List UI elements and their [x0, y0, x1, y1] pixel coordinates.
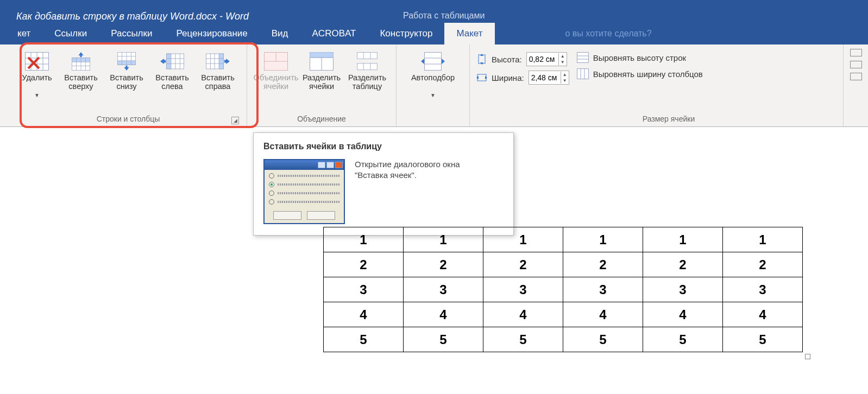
group-cell-size: Высота: ▲▼ Ширина: ▲▼	[470, 45, 868, 126]
svg-rect-58	[477, 74, 486, 81]
split-cells-label: Разделить ячейки	[299, 74, 344, 91]
autofit-icon	[420, 50, 446, 73]
svg-marker-9	[78, 52, 83, 57]
ribbon-tabstrip: кет Ссылки Рассылки Рецензирование Вид A…	[0, 23, 664, 45]
distribute-rows-label: Выровнять высоту строк	[593, 53, 686, 62]
svg-marker-54	[442, 59, 445, 64]
table-row: 444444	[324, 302, 803, 327]
spinner-up-icon[interactable]: ▲	[559, 53, 567, 59]
insert-above-icon	[68, 50, 94, 73]
autofit-label: Автоподбор	[411, 74, 455, 82]
insert-below-button[interactable]: Вставить снизу	[104, 48, 149, 92]
tell-me-search[interactable]: о вы хотите сделать?	[495, 23, 664, 45]
group-merge: Объединить ячейки Разделить ячейки Разде…	[247, 45, 397, 126]
distribute-rows-button[interactable]: Выровнять высоту строк	[577, 52, 703, 63]
tooltip-title: Вставить ячейки в таблицу	[263, 142, 504, 151]
split-table-button[interactable]: Разделить таблицу	[345, 48, 389, 92]
insert-right-icon	[205, 50, 231, 73]
title-bar: Как добавить строку в таблицу Word.docx …	[0, 0, 868, 45]
insert-left-label: Вставить слева	[150, 74, 194, 91]
table-row: 222222	[324, 252, 803, 277]
svg-rect-41	[310, 53, 334, 58]
svg-rect-64	[577, 69, 588, 79]
group-autofit: Автоподбор ▼	[397, 45, 470, 126]
table-resize-handle[interactable]	[805, 354, 810, 359]
svg-marker-53	[421, 59, 424, 64]
alignment-group-cropped	[843, 45, 868, 127]
rows-columns-dialog-launcher[interactable]: ◢	[231, 117, 239, 124]
col-width-icon	[476, 72, 487, 83]
align-icon[interactable]	[850, 61, 862, 68]
insert-right-button[interactable]: Вставить справа	[196, 48, 240, 92]
delete-table-icon	[24, 50, 50, 73]
group-rows-columns: Удалить ▼ Вставить сверху	[0, 45, 247, 126]
document-canvas[interactable]: 111111 222222 333333 444444 555555	[0, 151, 868, 394]
merge-cells-button: Объединить ячейки	[254, 48, 298, 92]
insert-right-label: Вставить справа	[196, 74, 240, 91]
row-height-input[interactable]	[527, 53, 558, 66]
tab-table-design[interactable]: Конструктор	[368, 23, 444, 45]
autofit-button[interactable]: Автоподбор ▼	[403, 48, 463, 98]
group-cell-size-label: Размер ячейки ◢	[476, 113, 861, 125]
align-icon[interactable]	[850, 49, 862, 56]
delete-button[interactable]: Удалить ▼	[16, 48, 58, 98]
svg-rect-31	[219, 54, 223, 69]
distribute-columns-label: Выровнять ширину столбцов	[593, 69, 703, 79]
tab-references[interactable]: Ссылки	[42, 23, 99, 45]
svg-rect-44	[357, 52, 378, 59]
user-table[interactable]: 111111 222222 333333 444444 555555	[323, 227, 803, 352]
delete-label: Удалить	[22, 74, 52, 82]
group-rows-columns-label: Строки и столбцы ◢	[16, 113, 240, 125]
split-table-icon	[354, 50, 380, 73]
split-table-label: Разделить таблицу	[345, 74, 389, 91]
group-merge-label: Объединение	[254, 113, 389, 125]
width-label: Ширина:	[492, 73, 524, 82]
merge-cells-label: Объединить ячейки	[254, 74, 299, 91]
chevron-down-icon: ▼	[430, 92, 436, 98]
spinner-down-icon[interactable]: ▼	[559, 59, 567, 65]
svg-rect-25	[166, 54, 171, 69]
insert-left-icon	[159, 50, 185, 73]
split-cells-icon	[309, 50, 335, 73]
spinner-down-icon[interactable]: ▼	[561, 78, 569, 84]
merge-cells-icon	[263, 50, 289, 73]
row-height-icon	[476, 54, 487, 65]
row-height-spinner[interactable]: ▲▼	[526, 52, 567, 66]
distribute-rows-icon	[577, 52, 589, 63]
svg-rect-50	[425, 53, 442, 71]
tab-mailings[interactable]: Рассылки	[99, 23, 164, 45]
align-icon[interactable]	[850, 73, 862, 80]
chevron-down-icon: ▼	[34, 92, 40, 98]
insert-above-label: Вставить сверху	[59, 74, 103, 91]
table-row: 555555	[324, 327, 803, 352]
spinner-up-icon[interactable]: ▲	[561, 72, 569, 78]
col-width-input[interactable]	[529, 71, 561, 84]
svg-rect-55	[479, 55, 485, 63]
tab-review[interactable]: Рецензирование	[164, 23, 259, 45]
document-title: Как добавить строку в таблицу Word.docx …	[16, 11, 249, 22]
insert-below-icon	[114, 50, 140, 73]
ribbon: Удалить ▼ Вставить сверху	[0, 45, 868, 127]
distribute-columns-button[interactable]: Выровнять ширину столбцов	[577, 68, 703, 79]
tab-cut-left[interactable]: кет	[0, 23, 42, 45]
svg-marker-22	[124, 66, 129, 71]
contextual-tab-title: Работа с таблицами	[403, 11, 485, 21]
height-label: Высота:	[492, 55, 522, 64]
insert-above-button[interactable]: Вставить сверху	[59, 48, 103, 92]
table-row: 111111	[324, 227, 803, 252]
svg-rect-61	[577, 53, 588, 63]
distribute-columns-icon	[577, 68, 589, 79]
svg-marker-23	[160, 59, 166, 64]
insert-left-button[interactable]: Вставить слева	[150, 48, 194, 92]
tab-view[interactable]: Вид	[260, 23, 300, 45]
svg-marker-36	[224, 59, 230, 64]
tab-table-layout[interactable]: Макет	[444, 23, 494, 45]
table-row: 333333	[324, 277, 803, 302]
split-cells-button[interactable]: Разделить ячейки	[299, 48, 344, 92]
col-width-spinner[interactable]: ▲▼	[529, 71, 569, 85]
insert-below-label: Вставить снизу	[104, 74, 149, 91]
svg-rect-45	[357, 63, 378, 70]
tab-acrobat[interactable]: ACROBAT	[300, 23, 368, 45]
